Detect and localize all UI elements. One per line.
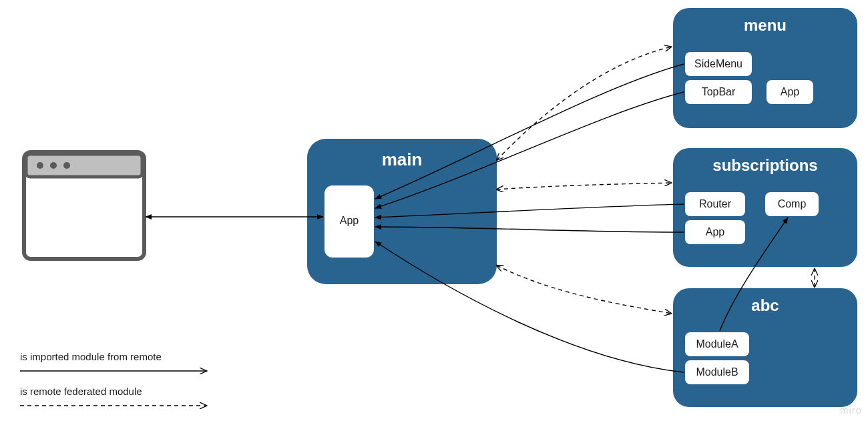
chip-menu-app-label: App (781, 86, 800, 97)
module-abc-title: abc (751, 296, 779, 314)
diagram-canvas: main App menu SideMenu TopBar App subscr… (0, 0, 868, 433)
module-subscriptions-title: subscriptions (712, 156, 817, 174)
chip-main-app-label: App (340, 215, 359, 226)
svg-rect-1 (26, 154, 142, 177)
chip-abc-moduleb-label: ModuleB (696, 366, 738, 378)
module-menu: menu SideMenu TopBar App (673, 8, 857, 128)
watermark: miro (840, 404, 862, 416)
edge-main-abc-federated (497, 266, 672, 314)
module-main-title: main (382, 149, 423, 169)
chip-abc-modulea-label: ModuleA (696, 338, 738, 350)
module-abc: abc ModuleA ModuleB (673, 288, 857, 407)
chip-menu-sidemenu-label: SideMenu (694, 58, 742, 69)
legend: is imported module from remote is remote… (20, 351, 207, 406)
chip-menu-topbar-label: TopBar (702, 86, 736, 97)
legend-imported-label: is imported module from remote (20, 351, 162, 362)
svg-point-2 (37, 162, 43, 169)
browser-icon (24, 152, 144, 259)
chip-subs-router-label: Router (699, 198, 732, 209)
edge-main-subs-federated (497, 183, 672, 189)
svg-point-4 (63, 162, 70, 169)
module-menu-title: menu (744, 16, 787, 34)
module-main: main App (307, 139, 497, 284)
module-subscriptions: subscriptions Router App Comp (673, 148, 857, 267)
chip-subs-app-label: App (706, 226, 725, 238)
svg-point-3 (50, 162, 57, 169)
chip-subs-comp-label: Comp (778, 198, 807, 209)
legend-federated-label: is remote federated module (20, 386, 142, 397)
